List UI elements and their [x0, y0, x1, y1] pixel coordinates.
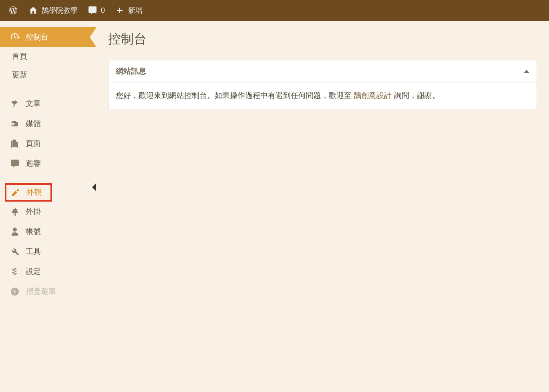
menu-pages[interactable]: 頁面 [0, 134, 96, 154]
menu-appearance[interactable]: 外觀 [5, 183, 52, 202]
menu-posts-label: 文章 [26, 98, 41, 109]
menu-dashboard-label: 控制台 [26, 32, 48, 42]
site-info-panel: 網站訊息 您好，歡迎來到網站控制台。如果操作過程中有遇到任何問題，歡迎至 鵠創意… [108, 60, 537, 109]
submenu-updates[interactable]: 更新 [12, 66, 96, 84]
admin-bar: 鵠學院教學 0 新增 [0, 0, 549, 21]
wordpress-icon [8, 5, 18, 16]
menu-appearance-label: 外觀 [26, 187, 42, 198]
panel-title: 網站訊息 [116, 66, 146, 76]
home-icon [28, 5, 38, 16]
collapse-toggle-icon[interactable] [524, 70, 529, 73]
menu-media-label: 媒體 [26, 118, 41, 129]
media-icon [10, 118, 20, 129]
menu-plugins-label: 外掛 [26, 206, 41, 217]
new-label: 新增 [128, 6, 143, 15]
main-content: 控制台 網站訊息 您好，歡迎來到網站控制台。如果操作過程中有遇到任何問題，歡迎至… [96, 21, 549, 392]
menu-plugins[interactable]: 外掛 [0, 202, 96, 222]
panel-header: 網站訊息 [109, 60, 537, 82]
users-icon [10, 226, 20, 237]
menu-comments[interactable]: 迴響 [0, 154, 96, 174]
plugins-icon [10, 206, 20, 217]
collapse-icon [10, 286, 20, 297]
comments-count: 0 [101, 6, 105, 15]
menu-settings-label: 設定 [26, 266, 41, 277]
menu-settings[interactable]: 設定 [0, 262, 96, 282]
admin-sidebar: 控制台 首頁 更新 文章 媒體 頁面 迴響 外觀 外掛 帳號 工具 設定 [0, 21, 96, 392]
dashboard-icon [10, 32, 20, 42]
pages-icon [10, 138, 20, 149]
menu-dashboard[interactable]: 控制台 [0, 27, 96, 47]
panel-link[interactable]: 鵠創意設計 [354, 91, 392, 100]
menu-collapse-label: 摺疊選單 [26, 286, 56, 297]
menu-media[interactable]: 媒體 [0, 114, 96, 134]
menu-users-label: 帳號 [26, 226, 41, 237]
comments-icon [10, 158, 20, 169]
menu-pages-label: 頁面 [26, 138, 41, 149]
panel-body: 您好，歡迎來到網站控制台。如果操作過程中有遇到任何問題，歡迎至 鵠創意設計 詢問… [109, 82, 537, 109]
menu-posts[interactable]: 文章 [0, 94, 96, 114]
menu-collapse[interactable]: 摺疊選單 [0, 282, 96, 302]
pin-icon [10, 98, 20, 109]
comments-icon [87, 5, 98, 16]
menu-tools-label: 工具 [26, 246, 41, 257]
submenu-home[interactable]: 首頁 [12, 47, 96, 66]
comments-menu[interactable]: 0 [82, 0, 110, 21]
tools-icon [10, 246, 20, 257]
menu-tools[interactable]: 工具 [0, 242, 96, 262]
site-name-label: 鵠學院教學 [42, 6, 78, 15]
plus-icon [115, 5, 125, 16]
wp-logo-menu[interactable] [3, 0, 23, 21]
page-title: 控制台 [108, 30, 537, 48]
new-content-menu[interactable]: 新增 [110, 0, 147, 21]
panel-body-pre: 您好，歡迎來到網站控制台。如果操作過程中有遇到任何問題，歡迎至 [116, 91, 354, 100]
site-name-menu[interactable]: 鵠學院教學 [23, 0, 82, 21]
menu-users[interactable]: 帳號 [0, 222, 96, 242]
menu-comments-label: 迴響 [26, 158, 41, 169]
appearance-icon [10, 187, 21, 198]
settings-icon [10, 266, 20, 277]
panel-body-post: 詢問，謝謝。 [392, 91, 439, 100]
dashboard-subitems: 首頁 更新 [0, 47, 96, 84]
